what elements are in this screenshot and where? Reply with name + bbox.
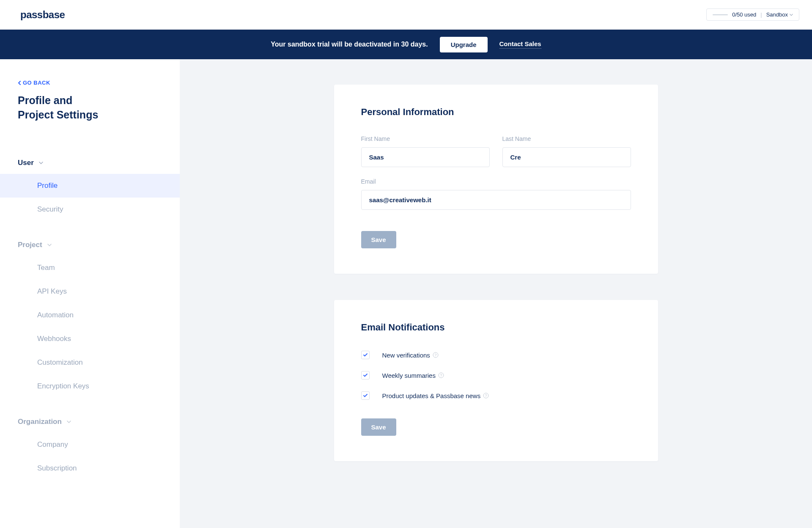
- usage-pill[interactable]: 0/50 used | Sandbox: [706, 8, 799, 21]
- sidebar-item-customization[interactable]: Customization: [0, 351, 180, 374]
- personal-info-card: Personal Information First Name Last Nam…: [334, 85, 658, 274]
- go-back-link[interactable]: GO BACK: [18, 80, 180, 86]
- contact-sales-link[interactable]: Contact Sales: [499, 40, 541, 49]
- notification-row-product-updates: Product updates & Passbase news ?: [361, 391, 631, 400]
- checkbox-label: New verifications ?: [382, 352, 439, 359]
- help-icon[interactable]: ?: [483, 393, 489, 399]
- chevron-down-icon: [47, 243, 52, 247]
- checkbox-list: New verifications ? Weekly summaries: [361, 351, 631, 400]
- check-icon: [363, 353, 368, 357]
- sidebar-title-line2: Project Settings: [18, 109, 98, 121]
- save-notifications-button[interactable]: Save: [361, 418, 396, 436]
- last-name-input[interactable]: [502, 147, 631, 167]
- section-label: User: [18, 159, 34, 167]
- sidebar-title: Profile and Project Settings: [18, 94, 180, 122]
- checkbox-label: Weekly summaries ?: [382, 372, 444, 379]
- email-label: Email: [361, 178, 631, 185]
- check-icon: [363, 394, 368, 397]
- brand-logo: passbase: [20, 9, 65, 21]
- first-name-label: First Name: [361, 135, 490, 142]
- notification-row-new-verifications: New verifications ?: [361, 351, 631, 359]
- header-right: 0/50 used | Sandbox: [706, 8, 799, 21]
- env-label: Sandbox: [766, 11, 788, 18]
- sidebar-item-automation[interactable]: Automation: [0, 303, 180, 327]
- chevron-down-icon: [790, 13, 793, 16]
- help-icon[interactable]: ?: [433, 352, 439, 358]
- personal-info-title: Personal Information: [361, 107, 631, 118]
- svg-text:?: ?: [440, 373, 442, 377]
- email-input[interactable]: [361, 190, 631, 210]
- sidebar-group-project: Project Team API Keys Automation Webhook…: [0, 234, 180, 398]
- checkbox-label: Product updates & Passbase news ?: [382, 392, 489, 399]
- sidebar-item-security[interactable]: Security: [0, 198, 180, 221]
- separator: |: [760, 11, 762, 18]
- sidebar-group-user: User Profile Security: [0, 152, 180, 221]
- svg-text:?: ?: [485, 393, 487, 398]
- main-content: Personal Information First Name Last Nam…: [180, 59, 812, 528]
- chevron-down-icon: [67, 420, 71, 424]
- checkbox-label-text: Product updates & Passbase news: [382, 392, 481, 399]
- banner-message: Your sandbox trial will be deactivated i…: [271, 41, 428, 48]
- sidebar-item-company[interactable]: Company: [0, 433, 180, 456]
- first-name-input[interactable]: [361, 147, 490, 167]
- notifications-title: Email Notifications: [361, 322, 631, 333]
- usage-text: 0/50 used: [732, 11, 756, 18]
- sidebar-item-team[interactable]: Team: [0, 256, 180, 280]
- section-label: Organization: [18, 418, 62, 426]
- sidebar-item-webhooks[interactable]: Webhooks: [0, 327, 180, 351]
- sidebar: GO BACK Profile and Project Settings Use…: [0, 59, 180, 528]
- cards-column: Personal Information First Name Last Nam…: [334, 85, 658, 503]
- save-personal-button[interactable]: Save: [361, 231, 396, 248]
- first-name-group: First Name: [361, 135, 490, 167]
- sidebar-group-organization: Organization Company Subscription: [0, 411, 180, 480]
- sidebar-item-api-keys[interactable]: API Keys: [0, 280, 180, 303]
- email-row: Email: [361, 178, 631, 210]
- svg-text:?: ?: [434, 353, 436, 357]
- chevron-down-icon: [39, 161, 43, 165]
- email-notifications-card: Email Notifications New verifications ?: [334, 300, 658, 461]
- email-group: Email: [361, 178, 631, 210]
- sidebar-item-profile[interactable]: Profile: [0, 174, 180, 198]
- trial-banner: Your sandbox trial will be deactivated i…: [0, 30, 812, 59]
- last-name-group: Last Name: [502, 135, 631, 167]
- section-header-project[interactable]: Project: [0, 234, 180, 256]
- notification-row-weekly-summaries: Weekly summaries ?: [361, 371, 631, 380]
- name-row: First Name Last Name: [361, 135, 631, 167]
- upgrade-button[interactable]: Upgrade: [440, 37, 488, 52]
- sidebar-title-line1: Profile and: [18, 94, 72, 106]
- checkbox-product-updates[interactable]: [361, 391, 370, 400]
- check-icon: [363, 374, 368, 377]
- usage-bar: [713, 14, 728, 15]
- checkbox-label-text: Weekly summaries: [382, 372, 436, 379]
- checkbox-weekly-summaries[interactable]: [361, 371, 370, 380]
- app-header: passbase 0/50 used | Sandbox: [0, 0, 812, 30]
- go-back-label: GO BACK: [23, 80, 50, 86]
- sidebar-item-subscription[interactable]: Subscription: [0, 456, 180, 480]
- section-header-organization[interactable]: Organization: [0, 411, 180, 433]
- help-icon[interactable]: ?: [438, 372, 444, 378]
- chevron-left-icon: [18, 81, 21, 85]
- env-selector[interactable]: Sandbox: [766, 11, 793, 18]
- section-header-user[interactable]: User: [0, 152, 180, 174]
- checkbox-label-text: New verifications: [382, 352, 430, 359]
- sidebar-item-encryption-keys[interactable]: Encryption Keys: [0, 374, 180, 398]
- last-name-label: Last Name: [502, 135, 631, 142]
- checkbox-new-verifications[interactable]: [361, 351, 370, 359]
- section-label: Project: [18, 241, 42, 249]
